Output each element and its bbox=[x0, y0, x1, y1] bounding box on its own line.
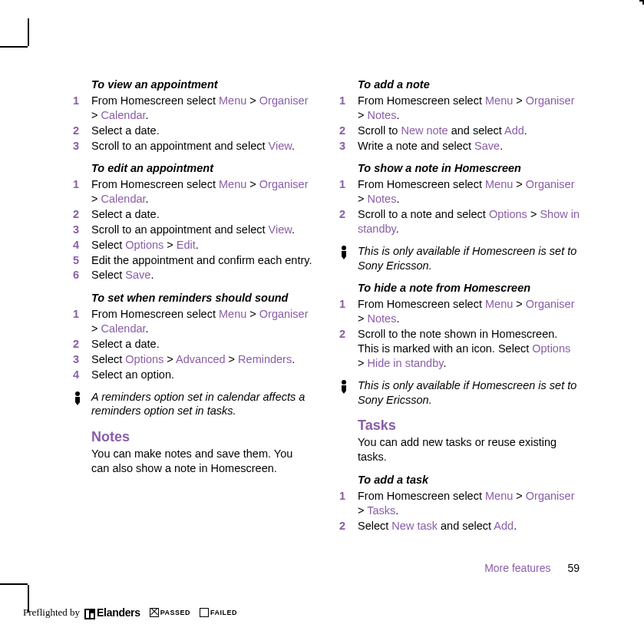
section-title: To add a note bbox=[358, 78, 580, 91]
ui-term: Notes bbox=[368, 312, 397, 325]
note-text: This is only available if Homescreen is … bbox=[358, 244, 580, 273]
step: 2Select New task and select Add. bbox=[339, 519, 580, 533]
step: 3Scroll to an appointment and select Vie… bbox=[73, 223, 313, 237]
page-content: To view an appointment 1From Homescreen … bbox=[73, 69, 580, 534]
step-body: From Homescreen select Menu > Organiser … bbox=[358, 177, 580, 206]
step: 2Select a date. bbox=[73, 337, 313, 352]
ui-term: Tasks bbox=[367, 504, 395, 517]
ui-term: Advanced bbox=[176, 353, 226, 365]
step-number: 2 bbox=[73, 124, 91, 138]
step-number: 1 bbox=[73, 177, 91, 206]
ui-term: New note bbox=[401, 124, 447, 137]
info-icon bbox=[339, 244, 352, 261]
elanders-logo: Elanders bbox=[84, 606, 140, 619]
step-number: 6 bbox=[73, 268, 91, 282]
step-body: From Homescreen select Menu > Organiser … bbox=[358, 489, 580, 518]
ui-term: Edit bbox=[177, 239, 196, 251]
ui-term: Organiser bbox=[526, 178, 575, 190]
ui-term: Notes bbox=[368, 193, 397, 205]
ui-term: Menu bbox=[219, 178, 246, 190]
ui-term: View bbox=[269, 223, 292, 236]
ui-term: Options bbox=[489, 208, 527, 220]
step-number: 3 bbox=[339, 139, 358, 154]
svg-point-0 bbox=[75, 391, 80, 396]
step: 4Select Options > Edit. bbox=[73, 238, 313, 253]
step-number: 1 bbox=[73, 94, 91, 123]
step-list: 1From Homescreen select Menu > Organiser… bbox=[73, 307, 313, 381]
ui-term: Options bbox=[532, 342, 570, 355]
step-body: Scroll to an appointment and select View… bbox=[91, 223, 313, 237]
intro-text: You can make notes and save them. You ca… bbox=[91, 447, 313, 476]
ui-term: Organiser bbox=[259, 94, 309, 107]
ui-term: Menu bbox=[485, 94, 513, 107]
step-body: From Homescreen select Menu > Organiser … bbox=[358, 94, 580, 123]
note-callout: This is only available if Homescreen is … bbox=[339, 244, 580, 273]
step: 6Select Save. bbox=[73, 268, 313, 282]
ui-term: Add bbox=[494, 520, 514, 532]
step-number: 2 bbox=[339, 124, 358, 138]
step-body: From Homescreen select Menu > Organiser … bbox=[91, 94, 313, 123]
ui-term: Hide in standby bbox=[368, 357, 444, 369]
step: 1From Homescreen select Menu > Organiser… bbox=[73, 94, 313, 123]
ui-term: Notes bbox=[368, 109, 397, 121]
step-body: Edit the appointment and confirm each en… bbox=[91, 253, 313, 268]
svg-point-2 bbox=[342, 380, 346, 385]
ui-term: Organiser bbox=[526, 298, 575, 310]
step: 1From Homescreen select Menu > Organiser… bbox=[339, 177, 580, 206]
svg-point-1 bbox=[342, 246, 346, 250]
right-column: To add a note 1From Homescreen select Me… bbox=[339, 69, 580, 534]
section-title: To show a note in Homescreen bbox=[358, 162, 580, 174]
step-number: 3 bbox=[73, 352, 91, 367]
section-title: To hide a note from Homescreen bbox=[358, 282, 580, 294]
step-body: Select a date. bbox=[91, 124, 313, 138]
info-icon bbox=[73, 390, 85, 407]
note-text: A reminders option set in calendar affec… bbox=[91, 390, 313, 419]
step-list: 1From Homescreen select Menu > Organiser… bbox=[73, 94, 313, 153]
ui-term: Calendar bbox=[101, 109, 146, 121]
ui-term: Menu bbox=[219, 94, 246, 107]
step-number: 2 bbox=[73, 207, 91, 222]
step-number: 3 bbox=[73, 139, 91, 154]
step: 3Select Options > Advanced > Reminders. bbox=[73, 352, 313, 367]
step-list: 1From Homescreen select Menu > Organiser… bbox=[339, 297, 580, 370]
step-body: From Homescreen select Menu > Organiser … bbox=[91, 307, 313, 336]
step: 1From Homescreen select Menu > Organiser… bbox=[73, 307, 313, 336]
step-list: 1From Homescreen select Menu > Organiser… bbox=[73, 177, 313, 282]
ui-term: Menu bbox=[485, 490, 513, 502]
step: 2Scroll to a note and select Options > S… bbox=[339, 207, 580, 236]
step: 1From Homescreen select Menu > Organiser… bbox=[339, 297, 580, 326]
left-column: To view an appointment 1From Homescreen … bbox=[73, 69, 313, 534]
step-body: Scroll to the note shown in Homescreen. … bbox=[358, 327, 580, 371]
step: 1From Homescreen select Menu > Organiser… bbox=[339, 94, 580, 123]
ui-term: Menu bbox=[485, 178, 513, 190]
step-body: Select an option. bbox=[91, 368, 313, 382]
step-number: 1 bbox=[339, 94, 358, 123]
step: 3Scroll to an appointment and select Vie… bbox=[73, 139, 313, 154]
step-body: Select a date. bbox=[91, 337, 313, 352]
section-title: To edit an appointment bbox=[91, 162, 313, 174]
section-title: To set when reminders should sound bbox=[91, 292, 313, 304]
step-number: 1 bbox=[73, 307, 91, 336]
step-number: 2 bbox=[339, 519, 358, 533]
step: 4Select an option. bbox=[73, 368, 313, 382]
preflight-failed: FAILED bbox=[200, 608, 237, 617]
ui-term: Menu bbox=[485, 298, 513, 310]
step: 1From Homescreen select Menu > Organiser… bbox=[73, 177, 313, 206]
ui-term: Calendar bbox=[101, 193, 146, 205]
ui-term: Calendar bbox=[101, 322, 146, 335]
step-body: Select Save. bbox=[91, 268, 313, 282]
step-list: 1From Homescreen select Menu > Organiser… bbox=[339, 94, 580, 153]
step-number: 1 bbox=[339, 177, 358, 206]
page-footer: More features 59 bbox=[73, 562, 580, 574]
ui-term: Organiser bbox=[526, 94, 575, 107]
step-list: 1From Homescreen select Menu > Organiser… bbox=[339, 489, 580, 533]
note-callout: This is only available if Homescreen is … bbox=[339, 378, 580, 408]
step-body: Write a note and select Save. bbox=[358, 139, 580, 154]
ui-term: View bbox=[269, 140, 292, 152]
intro-text: You can add new tasks or reuse existing … bbox=[358, 435, 580, 464]
step: 1From Homescreen select Menu > Organiser… bbox=[339, 489, 580, 518]
step: 5Edit the appointment and confirm each e… bbox=[73, 253, 313, 268]
step-list: 1From Homescreen select Menu > Organiser… bbox=[339, 177, 580, 236]
note-text: This is only available if Homescreen is … bbox=[358, 378, 580, 408]
preflight-passed: PASSED bbox=[150, 608, 190, 617]
